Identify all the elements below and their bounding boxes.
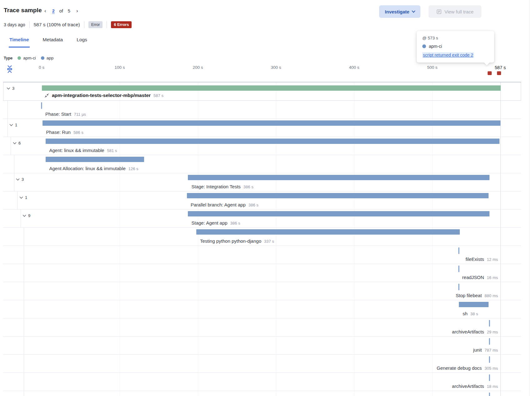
current-page[interactable]: 2 [52,8,55,13]
row-expander[interactable]: 1 [9,123,17,127]
waterfall-row[interactable]: Stop filebeat880 ms [3,282,521,300]
waterfall-row[interactable]: 6Agent: linux && immutable581 s [3,137,521,155]
error-marker-icon[interactable] [497,71,501,75]
span-tick-bar[interactable] [489,356,490,363]
axis-tick-label: 400 s [349,65,359,70]
span-tick-bar[interactable] [489,320,490,327]
trace-pagination: ‹ 2 of 5 › [43,8,79,14]
span-bar[interactable] [42,85,501,91]
errors-count-badge[interactable]: 6 Errors [111,21,132,28]
span-bar[interactable] [187,193,489,198]
span-bar[interactable] [188,211,489,216]
row-expander[interactable]: 3 [7,86,14,91]
row-expander[interactable]: 3 [16,177,24,182]
timeline-axis: 0 s100 s200 s300 s400 s500 s587 s [3,63,521,82]
tree-indent-guide [21,210,21,227]
waterfall-row[interactable]: Agent Allocation: linux && immutable126 … [3,155,521,173]
view-full-trace-button[interactable]: View full trace [429,5,481,18]
waterfall-row[interactable]: readJSON16 ms [3,264,521,282]
waterfall-row[interactable]: 9Stage: Agent app386 s [3,210,521,228]
span-bar[interactable] [188,175,489,180]
trace-age: 3 days ago [4,22,25,27]
span-tick-bar[interactable] [41,102,42,109]
child-count: 3 [22,177,24,182]
tree-indent-guide [24,355,24,373]
legend-label: apm-ci [23,56,36,60]
waterfall-row[interactable]: archiveArtifacts18 ms [3,373,521,391]
tree-indent-guide [17,191,18,209]
span-name: Parallel branch: Agent app [191,202,246,207]
tree-indent-guide [24,246,24,264]
axis-tick-label: 100 s [114,65,125,70]
span-tick-bar[interactable] [489,338,490,345]
prev-page-icon[interactable]: ‹ [43,8,48,14]
span-name: Stage: Agent app [192,220,228,226]
trace-meta: 3 days ago 587 s (100% of trace) Error 6… [4,21,132,28]
span-tick-bar[interactable] [459,266,459,272]
investigate-button[interactable]: Investigate [379,5,420,18]
tab-timeline[interactable]: Timeline [9,35,30,48]
tree-indent-guide [24,373,24,391]
tab-metadata[interactable]: Metadata [42,35,64,48]
span-bar[interactable] [43,120,500,126]
span-duration: 386 s [230,221,240,226]
tree-indent-guide [24,337,24,354]
span-label: junit787 ms [473,347,498,353]
span-tick-bar[interactable] [459,247,459,254]
span-name: Stop filebeat [456,293,482,298]
span-label: archiveArtifacts18 ms [452,383,498,389]
span-duration: 305 ms [484,366,498,371]
next-page-icon[interactable]: › [75,8,79,14]
collapse-all-icon[interactable] [6,65,13,73]
span-tick-bar[interactable] [489,374,490,381]
error-message-link[interactable]: script returned exit code 2 [422,52,474,58]
waterfall-row[interactable]: archiveArtifacts29 ms [3,318,521,337]
waterfall-row[interactable]: 3Stage: Integration Tests386 s [3,173,521,191]
tab-logs[interactable]: Logs [76,35,88,48]
span-tick-bar[interactable] [459,284,459,290]
span-duration: 586 s [73,130,83,135]
span-label: fileExists12 ms [465,256,498,262]
axis-tick-label: 200 s [193,65,203,70]
page-title: Trace sample [4,7,42,14]
service-name: apm-ci [429,44,442,49]
error-timestamp: @ 573 s [422,36,489,40]
span-name: apm-integration-tests-selector-mbp/maste… [52,93,151,98]
span-label: Stop filebeat880 ms [456,293,498,298]
legend-item-app: app [41,56,54,60]
waterfall-row[interactable] [3,391,521,396]
waterfall-row[interactable]: fileExists12 ms [3,246,521,264]
span-tick-bar[interactable] [489,393,490,396]
span-bar[interactable] [459,302,489,307]
error-marker-icon[interactable] [488,71,492,75]
span-label: Testing python python-django337 s [200,238,274,244]
row-expander[interactable]: 6 [13,141,21,145]
waterfall-row[interactable]: Phase: Start711 µs [3,101,521,119]
waterfall-row[interactable]: 1Parallel branch: Agent app386 s [3,191,521,210]
span-bar[interactable] [46,139,500,144]
span-duration: 711 µs [74,112,86,117]
waterfall-row[interactable]: junit787 ms [3,337,521,355]
span-label: archiveArtifacts29 ms [452,329,498,334]
type-legend: Type apm-ci app [4,56,53,60]
chevron-down-icon [19,196,23,199]
span-duration: 880 ms [484,293,498,298]
span-name: Phase: Start [45,111,71,117]
row-expander[interactable]: 1 [19,195,27,200]
span-duration: 126 s [128,166,138,171]
waterfall-row[interactable]: sh38 s [3,300,521,318]
row-expander[interactable]: 9 [23,213,30,218]
chevron-down-icon [23,215,26,217]
waterfall-row[interactable]: Testing python python-django337 s [3,228,521,246]
span-bar[interactable] [196,229,460,235]
waterfall-row[interactable]: 3apm-integration-tests-selector-mbp/mast… [3,82,521,101]
span-bar[interactable] [46,157,144,162]
span-duration: 38 s [470,312,478,316]
span-name: archiveArtifacts [452,329,484,334]
waterfall-row[interactable]: 1Phase: Run586 s [3,119,521,137]
axis-tick-label: 500 s [427,65,437,70]
span-name: sh [463,311,468,316]
span-name: Agent Allocation: linux && immutable [49,166,126,171]
waterfall-row[interactable]: Generate debug docs305 ms [3,355,521,373]
span-duration: 29 ms [487,330,498,334]
